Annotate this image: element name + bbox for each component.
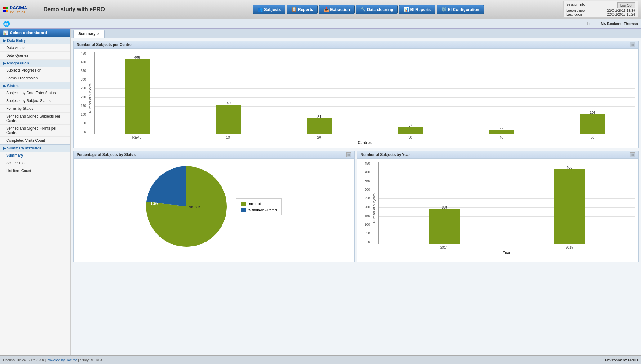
legend-label-withdrawn: Withdrawn - Partial xyxy=(248,208,277,212)
last-logon-label: Last logon xyxy=(566,12,582,16)
y-tick-450: 450 xyxy=(77,52,86,55)
bar-10-label: 157 xyxy=(216,101,241,105)
help-bar: 🌐 Help Mr. Beckers, Thomas xyxy=(0,19,641,29)
y3-tick-0: 0 xyxy=(361,240,370,244)
x3-label-2015: 2015 xyxy=(522,244,616,249)
nav-tab-bi-config[interactable]: ⚙️ BI Configuration xyxy=(437,5,484,14)
section-arrow-status: ▶ xyxy=(3,84,6,88)
bar-2014-bar xyxy=(429,209,460,244)
session-info-label: Session Info xyxy=(566,2,585,8)
summary-tab[interactable]: Summary × xyxy=(73,30,105,38)
charts-container: Number of Subjects per Centre ⊞ 450 400 … xyxy=(71,38,641,355)
bar-2015: 406 xyxy=(522,162,617,244)
reports-icon: 📋 xyxy=(291,7,297,12)
nav-tab-data-cleaning[interactable]: 🔧 Data cleaning xyxy=(356,5,398,14)
sidebar-item-subjects-progression[interactable]: Subjects Progression xyxy=(0,67,70,74)
help-label: Help xyxy=(587,22,594,26)
bar-30-bar xyxy=(398,127,423,134)
bar-real: 406 xyxy=(98,52,177,134)
top-header: DACIMA SOFTWARE Demo study with ePRO 👥 S… xyxy=(0,0,641,19)
bar-50-bar xyxy=(580,114,605,134)
y-tick-50: 50 xyxy=(77,122,86,125)
chart1-header: Number of Subjects per Centre ⊞ xyxy=(74,41,638,49)
pie-legend: Included Withdrawn - Partial xyxy=(236,198,282,215)
last-logon-value: 22/Oct/2015 13:24 xyxy=(607,12,635,16)
chart1-title: Number of Subjects per Centre xyxy=(77,42,132,47)
logout-button[interactable]: Log Out xyxy=(617,2,635,8)
user-name: Mr. Beckers, Thomas xyxy=(601,22,638,26)
sidebar-item-subjects-by-data-entry[interactable]: Subjects by Data Entry Status xyxy=(0,89,70,97)
y3-tick-350: 350 xyxy=(361,179,370,183)
bar-30: 37 xyxy=(371,52,450,134)
chart2-header: Percentage of Subjects by Status ⊞ xyxy=(74,151,354,159)
session-area: Session Info Log Out Logon since 22/Oct/… xyxy=(563,1,638,18)
y-tick-0: 0 xyxy=(77,130,86,134)
sidebar-item-list-item-count[interactable]: List Item Count xyxy=(0,167,70,175)
sidebar-item-completed-visits[interactable]: Completed Visits Count xyxy=(0,137,70,144)
chart-subjects-per-centre: Number of Subjects per Centre ⊞ 450 400 … xyxy=(73,41,639,148)
sidebar-section-status[interactable]: ▶ Status xyxy=(0,82,70,89)
sidebar-item-forms-progression[interactable]: Forms Progression xyxy=(0,74,70,82)
pie-label-withdrawn: 1.2% xyxy=(151,202,158,205)
chart1-body: 450 400 350 300 250 200 150 100 50 0 xyxy=(74,49,638,148)
data-cleaning-icon: 🔧 xyxy=(361,7,366,12)
chart2-body: 98.8% 1.2% Included xyxy=(74,159,354,255)
nav-tab-extraction[interactable]: 📤 Extraction xyxy=(319,5,355,14)
sidebar-section-summary-stats[interactable]: ▶ Summary statistics xyxy=(0,144,70,152)
sidebar-item-data-queries[interactable]: Data Queries xyxy=(0,52,70,60)
nav-tab-bi-reports[interactable]: 📊 BI Reports xyxy=(399,5,435,14)
legend-label-included: Included xyxy=(248,202,261,206)
nav-tabs: 👥 Subjects 📋 Reports 📤 Extraction 🔧 Data… xyxy=(173,5,563,14)
y-tick-300: 300 xyxy=(77,78,86,81)
chart1-expand-btn[interactable]: ⊞ xyxy=(630,42,635,47)
y-tick-200: 200 xyxy=(77,95,86,99)
bar-10: 157 xyxy=(189,52,268,134)
pie-wrapper: 98.8% 1.2% xyxy=(146,166,227,248)
nav-tab-reports[interactable]: 📋 Reports xyxy=(287,5,318,14)
chart2-expand-btn[interactable]: ⊞ xyxy=(346,152,351,157)
sidebar-item-verified-signed-subjects[interactable]: Verified and Signed Subjects per Centre xyxy=(0,113,70,125)
globe-icon: 🌐 xyxy=(3,20,10,27)
sidebar-item-scatter-plot[interactable]: Scatter Plot xyxy=(0,159,70,167)
y-tick-100: 100 xyxy=(77,113,86,116)
main-layout: 📊 Select a dashboard ▶ Data Entry Data A… xyxy=(0,29,641,355)
y-tick-350: 350 xyxy=(77,69,86,73)
sidebar-section-progression[interactable]: ▶ Progression xyxy=(0,60,70,67)
bottom-charts: Percentage of Subjects by Status ⊞ xyxy=(73,151,639,262)
footer-study-id: Study:BHHV 3 xyxy=(80,358,102,362)
nav-tab-subjects[interactable]: 👥 Subjects xyxy=(253,5,285,14)
sidebar-item-data-audits[interactable]: Data Audits xyxy=(0,44,70,52)
y-tick-150: 150 xyxy=(77,104,86,108)
powered-by-link[interactable]: Powered by Dacima xyxy=(47,358,77,362)
sidebar-item-summary[interactable]: Summary xyxy=(0,152,70,159)
sidebar-item-forms-by-status[interactable]: Forms by Status xyxy=(0,105,70,113)
dashboard-icon: 📊 xyxy=(3,30,8,35)
sidebar-item-verified-signed-forms[interactable]: Verified and Signed Forms per Centre xyxy=(0,125,70,137)
x-label-50: 50 xyxy=(553,134,632,139)
summary-tab-close[interactable]: × xyxy=(97,32,99,36)
sidebar-header-label: Select a dashboard xyxy=(10,30,47,35)
y3-tick-450: 450 xyxy=(361,162,370,165)
logon-since-value: 22/Oct/2015 13:39 xyxy=(607,9,635,12)
bar-real-label: 406 xyxy=(125,55,150,59)
chart3-expand-btn[interactable]: ⊞ xyxy=(630,152,635,157)
y3-tick-400: 400 xyxy=(361,171,370,174)
pie-label-included: 98.8% xyxy=(189,205,200,209)
chart3-header: Number of Subjects by Year ⊞ xyxy=(357,151,638,159)
pie-chart-container: 98.8% 1.2% Included xyxy=(77,162,351,252)
logo-squares xyxy=(3,7,8,12)
bar-20-bar xyxy=(307,118,332,134)
bar-2015-bar xyxy=(554,169,585,244)
y-tick-250: 250 xyxy=(77,87,86,90)
logon-since-label: Logon since xyxy=(566,9,585,12)
bar-20: 84 xyxy=(280,52,359,134)
bar-2014: 188 xyxy=(397,162,491,244)
section-arrow-data-entry: ▶ xyxy=(3,38,6,43)
sidebar-section-data-entry[interactable]: ▶ Data Entry xyxy=(0,37,70,44)
chart3-title: Number of Subjects by Year xyxy=(361,153,410,157)
y3-tick-200: 200 xyxy=(361,206,370,209)
chart3-body: 450 400 350 300 250 200 150 100 50 0 xyxy=(357,159,638,258)
content-area: Summary × Number of Subjects per Centre … xyxy=(71,29,641,355)
legend-color-included xyxy=(241,202,246,206)
sidebar-item-subjects-by-subject[interactable]: Subjects by Subject Status xyxy=(0,97,70,105)
